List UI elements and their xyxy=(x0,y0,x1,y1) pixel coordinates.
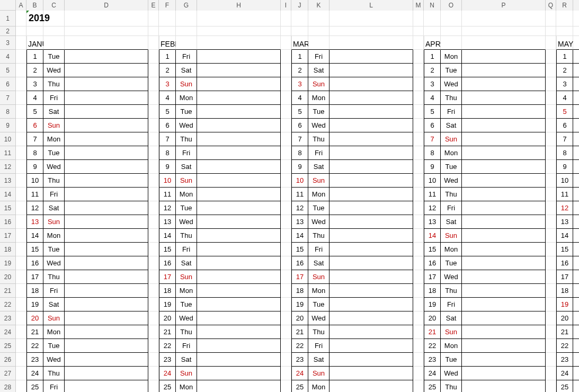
day-name[interactable]: Sat xyxy=(308,64,329,77)
day-num[interactable]: 14 xyxy=(291,229,308,243)
day-num[interactable]: 17 xyxy=(26,270,43,284)
day-num[interactable]: 1 xyxy=(159,50,176,64)
day-name[interactable]: Sat xyxy=(441,215,462,229)
day-event[interactable] xyxy=(65,229,148,243)
col-header-M[interactable]: M xyxy=(413,0,424,11)
day-event[interactable] xyxy=(197,311,281,325)
day-num[interactable]: 22 xyxy=(26,339,43,353)
day-name[interactable]: Fri xyxy=(176,339,197,353)
day-name[interactable]: Mon xyxy=(43,325,65,339)
day-name[interactable]: Sat xyxy=(441,119,462,132)
cell-L3[interactable] xyxy=(329,36,413,50)
month-name-may[interactable]: MAY xyxy=(556,36,573,50)
day-num[interactable]: 9 xyxy=(424,160,441,174)
day-name[interactable]: Sun xyxy=(441,229,462,243)
cell-Q18[interactable] xyxy=(546,243,556,256)
day-num[interactable]: 6 xyxy=(26,119,43,132)
cell-P1[interactable] xyxy=(462,11,546,26)
day-name[interactable]: Tue xyxy=(176,201,197,215)
cell-M6[interactable] xyxy=(413,77,424,91)
day-num[interactable]: 4 xyxy=(26,91,43,105)
day-name[interactable]: Wed xyxy=(308,215,329,229)
day-num[interactable]: 12 xyxy=(291,201,308,215)
day-num[interactable]: 6 xyxy=(159,119,176,132)
cell-M2[interactable] xyxy=(413,26,424,36)
cell-E10[interactable] xyxy=(148,132,159,146)
row-header-9[interactable]: 9 xyxy=(0,119,16,132)
day-name[interactable]: M xyxy=(573,215,579,229)
cell-Q15[interactable] xyxy=(546,201,556,215)
cell-O1[interactable] xyxy=(441,11,462,26)
cell-Q17[interactable] xyxy=(546,229,556,243)
day-event[interactable] xyxy=(65,311,148,325)
cell-M7[interactable] xyxy=(413,91,424,105)
day-event[interactable] xyxy=(197,298,281,311)
day-event[interactable] xyxy=(65,215,148,229)
day-name[interactable]: Sat xyxy=(176,64,197,77)
cell-I16[interactable] xyxy=(281,215,291,229)
cell-Q25[interactable] xyxy=(546,339,556,353)
day-num[interactable]: 19 xyxy=(556,298,573,311)
day-name[interactable]: Thu xyxy=(43,77,65,91)
day-event[interactable] xyxy=(65,270,148,284)
cell-M28[interactable] xyxy=(413,380,424,392)
day-num[interactable]: 8 xyxy=(556,146,573,160)
cell-G1[interactable] xyxy=(176,11,197,26)
cell-E14[interactable] xyxy=(148,188,159,201)
day-event[interactable] xyxy=(462,325,546,339)
day-num[interactable]: 24 xyxy=(291,367,308,380)
cell-H2[interactable] xyxy=(197,26,281,36)
day-event[interactable] xyxy=(329,380,413,392)
cell-E3[interactable] xyxy=(148,36,159,50)
day-num[interactable]: 18 xyxy=(291,284,308,298)
cell-E6[interactable] xyxy=(148,77,159,91)
cell-I1[interactable] xyxy=(281,11,291,26)
day-name[interactable]: Sun xyxy=(43,311,65,325)
day-name[interactable]: Fri xyxy=(176,50,197,64)
day-num[interactable]: 25 xyxy=(424,380,441,392)
cell-M19[interactable] xyxy=(413,256,424,270)
cell-I22[interactable] xyxy=(281,298,291,311)
day-event[interactable] xyxy=(65,201,148,215)
day-num[interactable]: 13 xyxy=(26,215,43,229)
day-num[interactable]: 20 xyxy=(26,311,43,325)
day-num[interactable]: 15 xyxy=(159,243,176,256)
cell-O3[interactable] xyxy=(441,36,462,50)
day-name[interactable]: Wed xyxy=(308,311,329,325)
day-event[interactable] xyxy=(462,188,546,201)
day-name[interactable]: Wed xyxy=(441,367,462,380)
day-event[interactable] xyxy=(329,132,413,146)
day-num[interactable]: 23 xyxy=(556,353,573,367)
day-event[interactable] xyxy=(329,311,413,325)
cell-E15[interactable] xyxy=(148,201,159,215)
day-name[interactable]: Sat xyxy=(43,201,65,215)
day-name[interactable]: Thu xyxy=(441,188,462,201)
day-event[interactable] xyxy=(462,91,546,105)
cell-G3[interactable] xyxy=(176,36,197,50)
day-num[interactable]: 18 xyxy=(424,284,441,298)
cell-I23[interactable] xyxy=(281,311,291,325)
cell-I24[interactable] xyxy=(281,325,291,339)
day-num[interactable]: 21 xyxy=(424,325,441,339)
day-event[interactable] xyxy=(197,284,281,298)
cell-S3[interactable] xyxy=(573,36,579,50)
day-num[interactable]: 15 xyxy=(424,243,441,256)
day-event[interactable] xyxy=(197,132,281,146)
day-name[interactable]: Fri xyxy=(43,284,65,298)
day-event[interactable] xyxy=(462,243,546,256)
day-event[interactable] xyxy=(462,339,546,353)
cell-A28[interactable] xyxy=(16,380,26,392)
cell-C3[interactable] xyxy=(43,36,65,50)
day-name[interactable]: T xyxy=(573,160,579,174)
day-name[interactable]: Thu xyxy=(43,270,65,284)
day-num[interactable]: 10 xyxy=(291,174,308,188)
day-event[interactable] xyxy=(197,325,281,339)
cell-Q14[interactable] xyxy=(546,188,556,201)
day-event[interactable] xyxy=(329,367,413,380)
col-header-B[interactable]: B xyxy=(26,0,43,11)
cell-H1[interactable] xyxy=(197,11,281,26)
day-event[interactable] xyxy=(65,77,148,91)
row-header-6[interactable]: 6 xyxy=(0,77,16,91)
day-num[interactable]: 10 xyxy=(26,174,43,188)
col-header-O[interactable]: O xyxy=(441,0,462,11)
